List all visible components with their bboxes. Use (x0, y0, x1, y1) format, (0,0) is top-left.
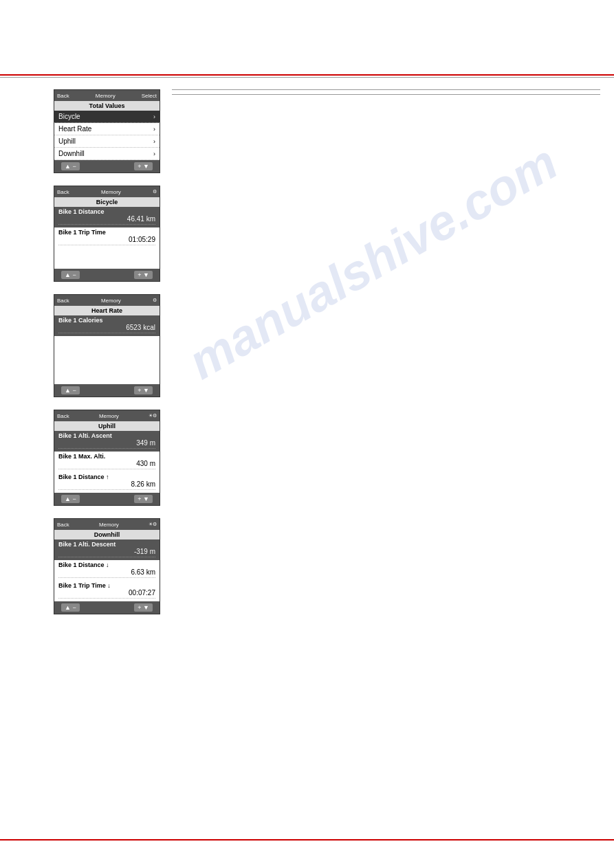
screen2-row1-label: Bike 1 Distance (58, 208, 155, 215)
screen3-title: Heart Rate (54, 306, 160, 315)
screen5-title: Downhill (54, 530, 160, 539)
watermark: manualshive.com (179, 133, 567, 390)
screen1-bicycle-arrow: › (153, 113, 155, 120)
screen4-back[interactable]: Back (57, 413, 69, 419)
screen1-bicycle-label: Bicycle (58, 113, 80, 120)
right-line-2 (172, 94, 600, 95)
screen1-item-uphill[interactable]: Uphill › (54, 135, 160, 148)
screen3-spacer (54, 336, 160, 384)
screen1-total-values: Back Memory Select Total Values Bicycle … (54, 89, 160, 173)
screen3-btn-minus[interactable]: ▲ − (61, 386, 80, 394)
screen4-row3: Bike 1 Distance ↑ 8.26 km (54, 472, 160, 493)
screen1-btn-minus[interactable]: ▲ − (61, 162, 80, 170)
screen5-row1: Bike 1 Alti. Descent -319 m (54, 539, 160, 560)
screen1-item-heartrate[interactable]: Heart Rate › (54, 123, 160, 135)
screen4-row2: Bike 1 Max. Alti. 430 m (54, 452, 160, 472)
screen5-icon: ☀⚙ (149, 522, 157, 527)
thin-gray-line (0, 77, 614, 78)
screen1-item-bicycle[interactable]: Bicycle › (54, 111, 160, 123)
screen2-btn-minus[interactable]: ▲ − (61, 271, 80, 279)
screen2-bicycle: Back Memory ⚙ Bicycle Bike 1 Distance 46… (54, 186, 160, 282)
screen5-bottom-bar: ▲ − + ▼ (54, 601, 160, 614)
screen5-btn-plus[interactable]: + ▼ (134, 603, 153, 612)
screen2-back[interactable]: Back (57, 189, 69, 195)
screen3-row1-value: 6523 kcal (58, 324, 155, 333)
screen5-row2-value: 6.63 km (58, 568, 155, 578)
screen1-btn-plus[interactable]: + ▼ (134, 162, 153, 170)
screen1-downhill-arrow: › (153, 151, 155, 157)
screen5-memory[interactable]: Memory (99, 522, 119, 528)
screen3-btn-plus[interactable]: + ▼ (134, 386, 153, 394)
screen5-row1-value: -319 m (58, 548, 155, 557)
screen2-btn-plus[interactable]: + ▼ (134, 271, 153, 279)
screen5-btn-minus[interactable]: ▲ − (61, 603, 80, 612)
screen2-row2-label: Bike 1 Trip Time (58, 229, 155, 236)
panels-container: Back Memory Select Total Values Bicycle … (54, 89, 160, 614)
screen2-row1: Bike 1 Distance 46.41 km (54, 207, 160, 227)
screen1-select[interactable]: Select (142, 93, 157, 99)
screen5-row3-value: 00:07:27 (58, 589, 155, 599)
screen4-bottom-bar: ▲ − + ▼ (54, 493, 160, 505)
screen2-spacer (54, 248, 160, 269)
screen4-title: Uphill (54, 421, 160, 431)
screen2-row2: Bike 1 Trip Time 01:05:29 (54, 227, 160, 248)
screen1-item-downhill[interactable]: Downhill › (54, 148, 160, 160)
screen5-row1-label: Bike 1 Alti. Descent (58, 541, 155, 548)
screen1-bottom-bar: ▲ − + ▼ (54, 160, 160, 173)
screen2-title: Bicycle (54, 197, 160, 207)
screen2-row1-value: 46.41 km (58, 215, 155, 225)
screen3-icon: ⚙ (153, 298, 157, 303)
screen5-row2-label: Bike 1 Distance ↓ (58, 561, 155, 568)
screen4-row3-label: Bike 1 Distance ↑ (58, 474, 155, 480)
screen5-downhill: Back Memory ☀⚙ Downhill Bike 1 Alti. Des… (54, 518, 160, 614)
screen2-row2-value: 01:05:29 (58, 236, 155, 245)
screen4-uphill: Back Memory ☀⚙ Uphill Bike 1 Alti. Ascen… (54, 410, 160, 506)
screen1-title: Total Values (54, 101, 160, 111)
top-red-line (0, 74, 614, 76)
screen3-topbar: Back Memory ⚙ (54, 295, 160, 306)
screen5-topbar: Back Memory ☀⚙ (54, 519, 160, 530)
screen3-heartrate: Back Memory ⚙ Heart Rate Bike 1 Calories… (54, 294, 160, 397)
screen4-row1-label: Bike 1 Alti. Ascent (58, 432, 155, 439)
screen4-row2-label: Bike 1 Max. Alti. (58, 453, 155, 460)
screen4-memory[interactable]: Memory (99, 413, 119, 419)
screen3-bottom-bar: ▲ − + ▼ (54, 384, 160, 397)
screen2-topbar: Back Memory ⚙ (54, 186, 160, 197)
bottom-red-line (0, 839, 614, 841)
screen1-uphill-label: Uphill (58, 137, 76, 145)
screen3-row1-label: Bike 1 Calories (58, 317, 155, 324)
screen3-back[interactable]: Back (57, 298, 69, 304)
screen1-memory[interactable]: Memory (96, 93, 116, 99)
screen2-icon: ⚙ (153, 189, 157, 194)
screen4-btn-plus[interactable]: + ▼ (134, 495, 153, 503)
screen1-heartrate-label: Heart Rate (58, 125, 91, 133)
screen5-back[interactable]: Back (57, 522, 69, 528)
screen1-uphill-arrow: › (153, 138, 155, 145)
screen4-row3-value: 8.26 km (58, 480, 155, 490)
screen1-topbar: Back Memory Select (54, 90, 160, 101)
screen4-row1-value: 349 m (58, 439, 155, 449)
right-content-area (172, 89, 600, 99)
screen2-memory[interactable]: Memory (101, 189, 121, 195)
screen4-btn-minus[interactable]: ▲ − (61, 495, 80, 503)
screen4-icon: ☀⚙ (149, 413, 157, 419)
screen4-row2-value: 430 m (58, 460, 155, 469)
screen3-row1: Bike 1 Calories 6523 kcal (54, 315, 160, 336)
screen4-topbar: Back Memory ☀⚙ (54, 410, 160, 421)
screen1-heartrate-arrow: › (153, 126, 155, 133)
screen4-row1: Bike 1 Alti. Ascent 349 m (54, 431, 160, 452)
right-line-1 (172, 89, 600, 90)
screen1-downhill-label: Downhill (58, 150, 85, 157)
screen1-back[interactable]: Back (57, 93, 69, 99)
screen2-bottom-bar: ▲ − + ▼ (54, 269, 160, 281)
screen3-memory[interactable]: Memory (101, 298, 121, 304)
screen5-row3-label: Bike 1 Trip Time ↓ (58, 582, 155, 589)
screen5-row2: Bike 1 Distance ↓ 6.63 km (54, 560, 160, 581)
screen5-row3: Bike 1 Trip Time ↓ 00:07:27 (54, 581, 160, 601)
